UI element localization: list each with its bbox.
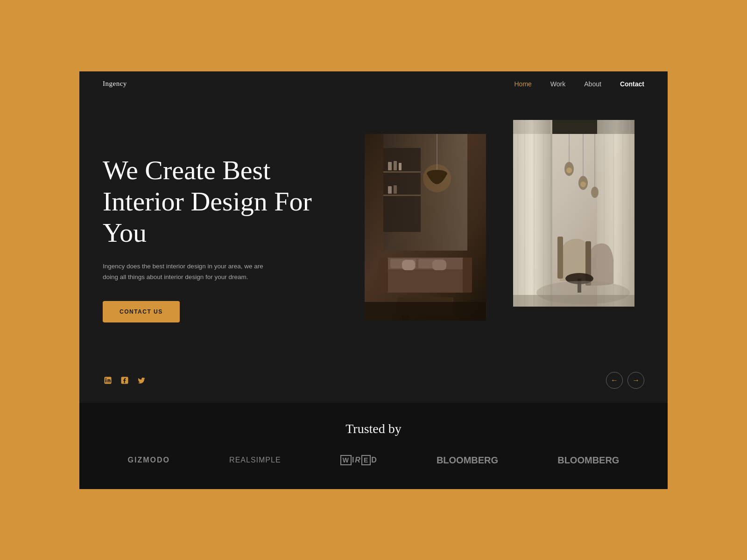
- carousel-nav: ← →: [606, 372, 644, 389]
- hero-images: [327, 115, 644, 353]
- svg-rect-46: [557, 237, 563, 279]
- brand-logos: GIZMODO REALSIMPLE W I R E D Bloomberg B…: [103, 455, 644, 466]
- svg-rect-22: [365, 302, 486, 321]
- svg-rect-8: [388, 186, 392, 194]
- svg-rect-53: [106, 379, 106, 382]
- nav-link-home[interactable]: Home: [514, 80, 532, 88]
- svg-rect-51: [513, 295, 634, 307]
- svg-point-43: [580, 182, 586, 187]
- trusted-title: Trusted by: [103, 421, 644, 436]
- bottom-bar: ← →: [79, 367, 668, 403]
- hero-section: We Create Best Interior Design For You I…: [79, 97, 668, 367]
- svg-rect-7: [399, 163, 402, 170]
- svg-point-45: [591, 187, 599, 198]
- svg-rect-3: [383, 171, 421, 173]
- svg-point-40: [566, 168, 572, 173]
- svg-rect-5: [388, 162, 392, 170]
- nav-link-contact[interactable]: Contact: [620, 80, 644, 88]
- svg-rect-28: [550, 120, 552, 307]
- svg-rect-4: [383, 195, 421, 196]
- contact-us-button[interactable]: CONTACT US: [103, 301, 180, 322]
- browser-window: Ingency Home Work About Contact We Creat…: [79, 71, 668, 489]
- nav-item-about[interactable]: About: [584, 80, 601, 88]
- brand-realsimple: REALSIMPLE: [229, 456, 281, 464]
- linkedin-icon[interactable]: [103, 375, 113, 385]
- facebook-icon[interactable]: [120, 375, 130, 385]
- svg-rect-9: [394, 185, 397, 194]
- svg-rect-16: [463, 258, 472, 293]
- hero-subtitle: Ingency does the best interior design in…: [103, 261, 271, 282]
- trusted-section: Trusted by GIZMODO REALSIMPLE W I R E D …: [79, 403, 668, 489]
- hero-title: We Create Best Interior Design For You: [103, 155, 327, 248]
- brand-bloomberg-2: Bloomberg: [557, 455, 619, 466]
- nav-link-work[interactable]: Work: [550, 80, 565, 88]
- svg-rect-23: [432, 260, 446, 270]
- interior-image-1: [355, 134, 496, 321]
- nav-item-contact[interactable]: Contact: [620, 80, 644, 88]
- svg-rect-27: [513, 120, 550, 307]
- nav-item-work[interactable]: Work: [550, 80, 565, 88]
- next-arrow[interactable]: →: [627, 372, 644, 389]
- nav-links: Home Work About Contact: [514, 80, 645, 88]
- brand-logo[interactable]: Ingency: [103, 80, 127, 88]
- wired-box-e: E: [361, 455, 371, 465]
- svg-point-54: [106, 378, 106, 378]
- navbar: Ingency Home Work About Contact: [79, 71, 668, 97]
- nav-link-about[interactable]: About: [584, 80, 601, 88]
- svg-point-12: [423, 164, 451, 192]
- hero-content: We Create Best Interior Design For You I…: [103, 115, 327, 353]
- twitter-icon[interactable]: [136, 375, 147, 385]
- interior-image-2: [503, 120, 644, 307]
- social-icons: [103, 375, 147, 385]
- brand-wired: W I R E D: [340, 455, 377, 465]
- nav-item-home[interactable]: Home: [514, 80, 532, 88]
- brand-bloomberg-1: Bloomberg: [437, 455, 498, 466]
- wired-i: R: [355, 456, 361, 464]
- prev-arrow[interactable]: ←: [606, 372, 623, 389]
- brand-gizmodo: GIZMODO: [128, 456, 170, 464]
- wired-box-w: W: [340, 455, 352, 465]
- svg-rect-6: [394, 161, 397, 170]
- svg-rect-24: [402, 260, 415, 270]
- svg-rect-15: [379, 258, 388, 293]
